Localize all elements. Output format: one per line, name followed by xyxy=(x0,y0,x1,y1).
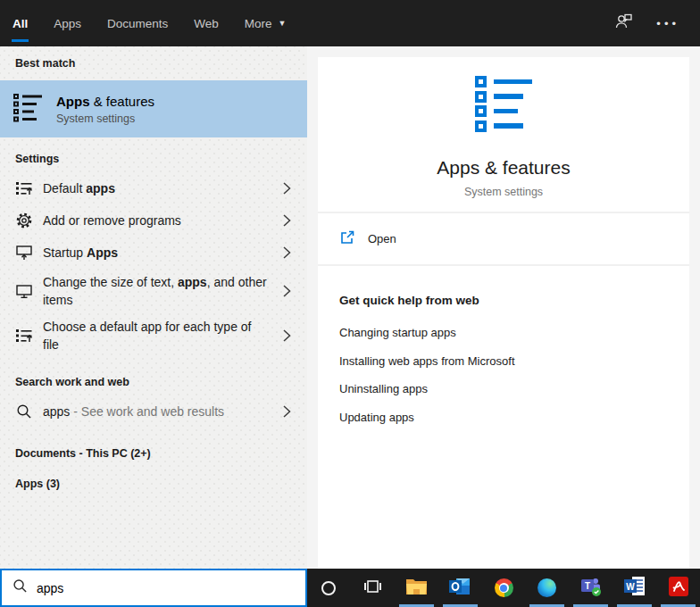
open-label: Open xyxy=(368,232,396,245)
display-icon xyxy=(14,282,34,300)
preview-summary: Apps & features System settings xyxy=(318,57,689,212)
default-apps-icon xyxy=(14,179,34,197)
help-link[interactable]: Changing startup apps xyxy=(339,326,668,354)
settings-results: Default apps Add or remove programs xyxy=(0,172,307,358)
preview-card: Apps & features System settings Open xyxy=(318,57,689,569)
file-explorer-icon xyxy=(405,577,428,599)
default-apps-icon xyxy=(14,327,34,345)
startup-apps-icon xyxy=(14,244,34,262)
apps-features-icon xyxy=(475,76,532,135)
documents-group-header[interactable]: Documents - This PC (2+) xyxy=(0,447,307,460)
cortana-icon xyxy=(321,581,336,595)
quick-help-header: Get quick help from web xyxy=(339,294,668,307)
chevron-right-icon xyxy=(281,245,292,260)
word-icon: W xyxy=(624,576,646,600)
taskbar-chrome-button[interactable] xyxy=(482,569,526,607)
taskbar-word-button[interactable]: W xyxy=(612,569,656,607)
help-link[interactable]: Updating apps xyxy=(339,411,668,439)
preview-title: Apps & features xyxy=(437,157,570,179)
taskbar-outlook-button[interactable] xyxy=(438,569,482,607)
active-tab-underline xyxy=(12,39,29,42)
bottom-bar: apps xyxy=(0,569,700,607)
taskbar-cortana-button[interactable] xyxy=(307,569,351,607)
search-icon xyxy=(12,578,28,597)
svg-text:W: W xyxy=(626,582,635,592)
chevron-down-icon: ▼ xyxy=(279,19,287,28)
chevron-right-icon xyxy=(281,328,292,343)
gear-icon xyxy=(14,212,34,229)
tab-all[interactable]: All xyxy=(12,0,29,46)
best-match-header: Best match xyxy=(0,57,307,70)
feedback-account-icon[interactable] xyxy=(613,11,635,36)
tab-web-label: Web xyxy=(194,17,219,30)
taskbar-acrobat-button[interactable] xyxy=(656,569,700,607)
taskbar-task-view-button[interactable] xyxy=(351,569,395,607)
result-add-remove-programs[interactable]: Add or remove programs xyxy=(0,204,307,237)
apps-features-icon xyxy=(12,93,43,126)
result-change-size[interactable]: Change the size of text, apps, and other… xyxy=(0,269,307,313)
tab-more[interactable]: More ▼ xyxy=(244,0,288,46)
tab-more-label: More xyxy=(245,17,272,30)
best-match-title: Apps & features xyxy=(56,94,154,109)
chevron-right-icon xyxy=(281,284,292,298)
chevron-right-icon xyxy=(281,404,292,419)
chevron-right-icon xyxy=(281,213,292,228)
preview-panel: Apps & features System settings Open xyxy=(307,46,700,569)
search-web-header: Search work and web xyxy=(0,376,307,388)
result-choose-default-app[interactable]: Choose a default app for each type of fi… xyxy=(0,313,307,358)
tab-all-label: All xyxy=(12,17,28,30)
results-panel: Best match xyxy=(0,46,307,569)
best-match-result[interactable]: Apps & features System settings xyxy=(0,80,307,137)
search-icon xyxy=(14,403,34,420)
search-input[interactable]: apps xyxy=(0,569,307,607)
best-match-subtitle: System settings xyxy=(56,112,154,125)
search-filter-bar: All Apps Documents Web More ▼ xyxy=(0,0,700,46)
search-results-area: Best match xyxy=(0,46,700,569)
more-options-icon[interactable]: ••• xyxy=(656,17,679,30)
launch-icon xyxy=(339,229,355,249)
taskbar-edge-button[interactable] xyxy=(525,569,569,607)
help-link[interactable]: Uninstalling apps xyxy=(339,382,668,411)
acrobat-icon xyxy=(669,577,688,600)
web-search-suggestion[interactable]: apps - See work and web results xyxy=(0,395,307,428)
tab-documents[interactable]: Documents xyxy=(106,0,169,46)
tab-apps-label: Apps xyxy=(54,17,81,30)
help-link[interactable]: Installing web apps from Microsoft xyxy=(339,354,668,383)
edge-icon xyxy=(538,578,556,597)
task-view-icon xyxy=(362,577,382,600)
search-query-text: apps xyxy=(37,581,63,595)
chrome-icon xyxy=(495,578,513,597)
open-action[interactable]: Open xyxy=(318,213,689,264)
topbar-actions: ••• xyxy=(613,0,688,46)
windows-search-flyout: All Apps Documents Web More ▼ xyxy=(0,0,700,607)
chevron-right-icon xyxy=(281,181,292,195)
result-default-apps[interactable]: Default apps xyxy=(0,172,307,204)
tab-documents-label: Documents xyxy=(107,17,168,30)
taskbar-teams-button[interactable]: T xyxy=(569,569,612,607)
svg-text:T: T xyxy=(585,580,590,590)
quick-help-section: Get quick help from web Changing startup… xyxy=(318,266,689,438)
settings-header: Settings xyxy=(0,153,307,165)
tab-web[interactable]: Web xyxy=(193,0,220,46)
taskbar: T W xyxy=(307,569,700,607)
preview-subtitle: System settings xyxy=(464,186,543,198)
outlook-icon xyxy=(449,577,471,600)
teams-icon: T xyxy=(580,576,602,601)
taskbar-file-explorer-button[interactable] xyxy=(395,569,438,607)
filter-tabs: All Apps Documents Web More ▼ xyxy=(12,0,288,46)
result-startup-apps[interactable]: Startup Apps xyxy=(0,237,307,269)
tab-apps[interactable]: Apps xyxy=(53,0,82,46)
quick-help-links: Changing startup apps Installing web app… xyxy=(339,326,668,438)
apps-group-header[interactable]: Apps (3) xyxy=(0,478,307,490)
